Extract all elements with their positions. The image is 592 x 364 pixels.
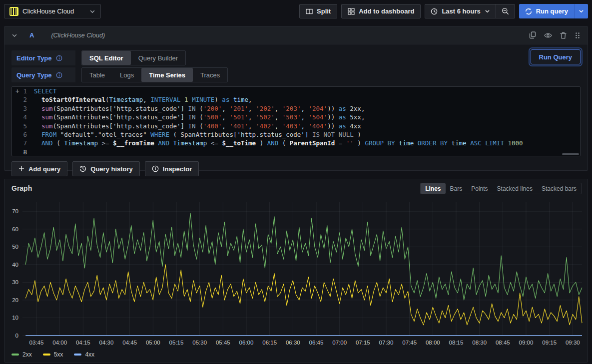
option-table[interactable]: Table [82,68,112,82]
option-sql-editor[interactable]: SQL Editor [82,51,131,65]
svg-text:06:15: 06:15 [262,340,277,346]
svg-text:70: 70 [12,208,18,214]
option-query-builder[interactable]: Query Builder [131,51,185,65]
query-datasource-hint: (ClickHouse Cloud) [51,32,105,39]
svg-text:09:00: 09:00 [519,340,534,346]
run-query-button[interactable]: Run query [519,4,574,18]
graph-title: Graph [11,184,32,192]
legend-series-name: 2xx [22,351,32,358]
run-query-inline-button[interactable]: Run Query [531,49,581,64]
svg-text:40: 40 [12,262,18,268]
legend-color-pill [11,354,19,356]
svg-text:10: 10 [12,315,18,321]
query-row-header[interactable]: A (ClickHouse Cloud) [4,26,588,44]
graph-panel-header: Graph LinesBarsPointsStacked linesStacke… [4,179,588,196]
run-query-options-button[interactable] [574,4,588,18]
inspector-button[interactable]: Inspector [145,161,199,176]
svg-text:60: 60 [12,226,18,232]
graph-style-switcher: LinesBarsPointsStacked linesStacked bars [420,183,582,194]
query-type-row: Query Type TableLogsTime SeriesTraces [11,67,581,82]
option-time-series[interactable]: Time Series [141,68,193,82]
datasource-picker[interactable]: ClickHouse Cloud [4,4,101,18]
info-icon[interactable] [56,72,62,78]
editor-type-switcher: SQL EditorQuery Builder [81,50,186,65]
option-logs[interactable]: Logs [112,68,141,82]
explore-page: ClickHouse Cloud Split Add to dashboard … [0,0,592,364]
option-points[interactable]: Points [467,183,492,194]
svg-text:06:45: 06:45 [309,340,324,346]
split-icon [306,8,313,15]
query-footer-toolbar: Add query Query history Inspector [11,161,581,176]
sql-code-editor[interactable]: 1+SELECT2 toStartOfInterval(Timestamp, I… [11,86,581,156]
editor-type-chip: Editor Type [11,50,75,65]
svg-text:07:30: 07:30 [379,340,394,346]
zoom-out-icon [502,7,509,15]
query-editor-panel: A (ClickHouse Cloud) Run Query Editor Ty… [4,26,588,171]
chevron-down-icon [485,8,490,14]
time-series-chart[interactable]: 01020304050607003:4504:0004:1504:3004:45… [7,197,585,347]
legend-item-4xx[interactable]: 4xx [74,351,94,358]
add-query-label: Add query [28,165,60,173]
svg-text:07:45: 07:45 [402,340,417,346]
option-lines[interactable]: Lines [421,183,445,194]
legend-item-2xx[interactable]: 2xx [11,351,32,358]
svg-text:09:15: 09:15 [542,340,557,346]
split-label: Split [317,7,331,15]
svg-text:0: 0 [15,333,18,339]
time-range-label: Last 6 hours [442,7,480,15]
svg-text:08:15: 08:15 [449,340,464,346]
option-stacked-lines[interactable]: Stacked lines [493,183,537,194]
svg-text:06:30: 06:30 [286,340,300,346]
svg-text:50: 50 [12,244,18,250]
split-button[interactable]: Split [299,4,337,18]
option-stacked-bars[interactable]: Stacked bars [537,183,581,194]
query-ref-id: A [29,31,34,39]
query-history-button[interactable]: Query history [72,161,140,176]
svg-text:03:45: 03:45 [29,340,44,346]
info-circle-icon [152,165,159,172]
svg-text:05:30: 05:30 [192,340,207,346]
drag-handle-icon[interactable] [575,32,581,39]
duplicate-query-icon[interactable] [529,31,536,39]
legend-series-name: 4xx [85,351,94,358]
history-icon [79,165,86,172]
code-line: 5 sum(SpanAttributes['http.status_code']… [12,122,580,130]
time-range-button[interactable]: Last 6 hours [425,4,495,18]
collapse-chevron-icon[interactable] [11,32,17,38]
option-bars[interactable]: Bars [446,183,467,194]
editor-scrollbar[interactable] [562,153,579,155]
svg-text:09:30: 09:30 [566,340,580,346]
chevron-down-icon [89,8,95,14]
legend-color-pill [74,354,81,356]
code-line: 3 sum(SpanAttributes['http.status_code']… [12,104,580,113]
remove-query-trash-icon[interactable] [560,32,567,39]
hide-response-eye-icon[interactable] [544,32,552,38]
svg-text:06:00: 06:00 [239,340,254,346]
code-line: 8 [12,148,580,156]
svg-text:05:00: 05:00 [146,340,160,346]
add-query-button[interactable]: Add query [11,161,67,176]
svg-text:08:30: 08:30 [472,340,487,346]
add-to-dashboard-button[interactable]: Add to dashboard [341,4,421,18]
query-history-label: Query history [90,165,133,173]
svg-text:07:15: 07:15 [356,340,370,346]
insert-line-icon[interactable]: + [15,87,19,95]
svg-text:04:30: 04:30 [99,340,114,346]
code-line: 6 FROM "default"."otel_traces" WHERE ( S… [12,130,580,139]
inspector-label: Inspector [163,165,192,173]
svg-text:04:45: 04:45 [122,340,137,346]
code-line: 7 AND ( Timestamp >= $__fromTime AND Tim… [12,139,580,147]
legend-item-5xx[interactable]: 5xx [43,351,63,358]
info-icon[interactable] [56,55,62,61]
svg-text:30: 30 [12,279,18,285]
chart-legend: 2xx5xx4xx [4,349,588,358]
svg-text:04:15: 04:15 [76,340,90,346]
svg-text:08:00: 08:00 [426,340,440,346]
svg-text:08:45: 08:45 [496,340,510,346]
option-traces[interactable]: Traces [193,68,227,82]
editor-type-row: Editor Type SQL EditorQuery Builder [11,50,581,65]
chevron-down-icon [579,8,584,14]
zoom-out-time-button[interactable] [496,4,515,18]
plus-icon [18,166,24,172]
query-type-chip: Query Type [11,67,75,82]
